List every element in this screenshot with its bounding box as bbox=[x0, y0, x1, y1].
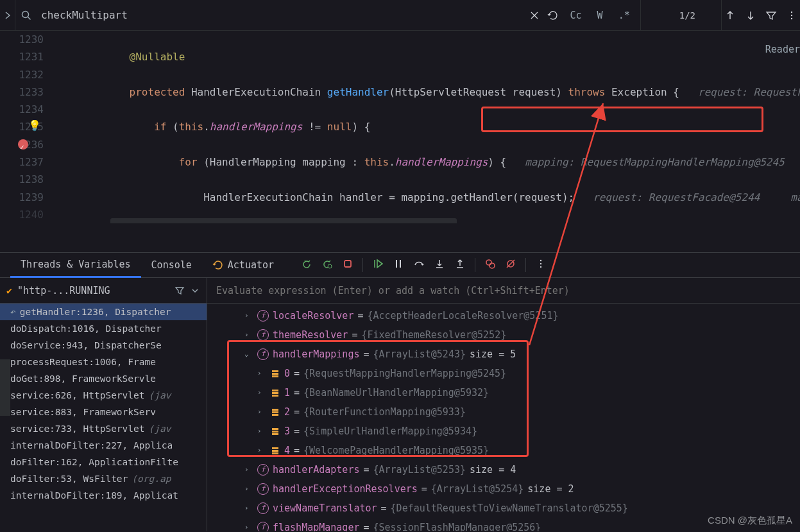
svg-point-3 bbox=[791, 17, 792, 19]
array-element-icon bbox=[270, 445, 280, 456]
filter-icon[interactable] bbox=[765, 10, 777, 21]
mute-breakpoints-icon[interactable] bbox=[505, 258, 516, 272]
variable-node[interactable]: ›f handlerAdapters = {ArrayList@5253} si… bbox=[207, 460, 800, 479]
match-count: 1/2 bbox=[640, 0, 722, 30]
variable-node[interactable]: › 0 = {RequestMappingHandlerMapping@5245… bbox=[207, 364, 800, 383]
svg-point-7 bbox=[489, 263, 495, 268]
stack-frame[interactable]: doDispatch:1016, Dispatcher bbox=[0, 320, 207, 337]
stack-frame[interactable]: internalDoFilter:227, Applica bbox=[0, 437, 207, 454]
breakpoint-icon[interactable] bbox=[18, 139, 28, 150]
variable-node[interactable]: ⌄f handlerMappings = {ArrayList@5243} si… bbox=[207, 345, 800, 364]
array-element-icon bbox=[270, 388, 280, 398]
thread-name: "http-...RUNNING bbox=[17, 285, 169, 296]
svg-rect-17 bbox=[272, 395, 278, 397]
svg-point-10 bbox=[540, 263, 541, 264]
rerun-icon[interactable] bbox=[301, 258, 312, 272]
intention-bulb-icon[interactable]: 💡 bbox=[28, 119, 41, 132]
array-element-icon bbox=[270, 426, 280, 436]
variable-node[interactable]: ›f localeResolver = {AcceptHeaderLocaleR… bbox=[207, 306, 800, 325]
field-icon: f bbox=[257, 329, 269, 341]
svg-point-1 bbox=[791, 11, 792, 12]
debug-tab-bar: Threads & Variables Console Actuator bbox=[0, 252, 800, 278]
tab-threads-variables[interactable]: Threads & Variables bbox=[10, 253, 141, 278]
stack-frame[interactable]: doGet:898, FrameworkServle bbox=[0, 370, 207, 387]
stack-frame[interactable]: doFilter:162, ApplicationFilte bbox=[0, 454, 207, 470]
variable-node[interactable]: › 2 = {RouterFunctionMapping@5933} bbox=[207, 402, 800, 422]
svg-rect-25 bbox=[272, 450, 278, 452]
step-into-icon[interactable] bbox=[434, 258, 445, 272]
field-icon: f bbox=[257, 310, 269, 322]
stack-frame[interactable]: service:883, FrameworkServ bbox=[0, 404, 207, 420]
chevron-down-icon[interactable] bbox=[190, 286, 200, 296]
variable-node[interactable]: › 3 = {SimpleUrlHandlerMapping@5934} bbox=[207, 422, 800, 441]
thread-selector[interactable]: ✔ "http-...RUNNING bbox=[0, 278, 207, 304]
stack-frame[interactable]: service:733, HttpServlet (jav bbox=[0, 420, 207, 437]
svg-rect-23 bbox=[272, 433, 278, 435]
svg-point-11 bbox=[540, 266, 541, 268]
tab-console[interactable]: Console bbox=[141, 253, 202, 277]
svg-rect-5 bbox=[345, 261, 351, 267]
step-over-icon[interactable] bbox=[413, 258, 425, 272]
svg-point-9 bbox=[540, 260, 541, 261]
rerun-debug-icon[interactable] bbox=[321, 258, 333, 272]
stack-frame[interactable]: doService:943, DispatcherSe bbox=[0, 337, 207, 354]
stack-frame[interactable]: doFilter:53, WsFilter (org.ap bbox=[0, 470, 207, 487]
pause-icon[interactable] bbox=[393, 258, 404, 272]
field-icon: f bbox=[257, 464, 269, 476]
stack-frame[interactable]: ↶getHandler:1236, Dispatcher bbox=[0, 304, 207, 320]
variable-node[interactable]: ›f handlerExceptionResolvers = {ArrayLis… bbox=[207, 479, 800, 499]
tab-actuator[interactable]: Actuator bbox=[202, 253, 284, 277]
regex-toggle[interactable]: .* bbox=[615, 8, 634, 22]
filter-icon[interactable] bbox=[174, 286, 185, 296]
stack-frame[interactable]: processRequest:1006, Frame bbox=[0, 354, 207, 370]
svg-point-6 bbox=[486, 260, 491, 265]
next-match-icon[interactable] bbox=[745, 10, 756, 21]
field-icon: f bbox=[257, 348, 269, 360]
array-element-icon bbox=[270, 407, 280, 417]
collapse-search-icon[interactable] bbox=[0, 0, 15, 31]
svg-rect-24 bbox=[272, 447, 278, 449]
search-input[interactable] bbox=[37, 9, 523, 21]
search-icon bbox=[15, 10, 37, 21]
view-breakpoints-icon[interactable] bbox=[484, 258, 496, 272]
prev-match-icon[interactable] bbox=[724, 10, 736, 21]
more-debug-icon[interactable] bbox=[535, 258, 547, 272]
reader-mode-button[interactable]: Reader bbox=[760, 42, 800, 56]
field-icon: f bbox=[257, 522, 269, 531]
svg-rect-26 bbox=[272, 452, 278, 454]
stop-icon[interactable] bbox=[342, 258, 353, 272]
resume-icon[interactable] bbox=[372, 258, 384, 272]
more-icon[interactable] bbox=[786, 10, 797, 21]
field-icon: f bbox=[257, 502, 269, 514]
variable-node[interactable]: › 4 = {WelcomePageHandlerMapping@5935} bbox=[207, 441, 800, 460]
svg-rect-21 bbox=[272, 428, 278, 430]
match-case-toggle[interactable]: Cc bbox=[566, 8, 586, 22]
words-toggle[interactable]: W bbox=[593, 8, 607, 22]
svg-point-0 bbox=[22, 11, 29, 17]
svg-rect-14 bbox=[272, 375, 278, 377]
evaluate-expression-input[interactable] bbox=[216, 285, 791, 296]
step-out-icon[interactable] bbox=[454, 258, 466, 272]
history-icon[interactable] bbox=[547, 10, 559, 21]
variable-node[interactable]: › 1 = {BeanNameUrlHandlerMapping@5932} bbox=[207, 383, 800, 402]
frames-list[interactable]: ↶getHandler:1236, DispatcherdoDispatch:1… bbox=[0, 304, 207, 504]
editor-search-bar: Cc W .* 1/2 bbox=[0, 0, 800, 31]
annotation-highlight bbox=[481, 107, 763, 132]
stack-frame[interactable]: internalDoFilter:189, Applicat bbox=[0, 487, 207, 504]
svg-rect-16 bbox=[272, 392, 278, 394]
svg-rect-22 bbox=[272, 431, 278, 433]
stack-frame[interactable]: service:626, HttpServlet (jav bbox=[0, 387, 207, 404]
svg-rect-20 bbox=[272, 414, 278, 416]
svg-point-4 bbox=[328, 264, 332, 268]
svg-rect-12 bbox=[272, 370, 278, 372]
thread-check-icon: ✔ bbox=[6, 285, 12, 296]
variables-tree[interactable]: ›f localeResolver = {AcceptHeaderLocaleR… bbox=[207, 304, 800, 531]
horizontal-scrollbar[interactable] bbox=[110, 218, 457, 223]
svg-rect-13 bbox=[272, 373, 278, 375]
code-editor[interactable]: 1230 1231 1232 1233 1234 1235 1236 1237 … bbox=[0, 31, 800, 223]
variable-node[interactable]: ›f themeResolver = {FixedThemeResolver@5… bbox=[207, 325, 800, 345]
close-icon[interactable] bbox=[529, 10, 540, 21]
svg-point-2 bbox=[791, 14, 792, 15]
drop-frame-icon: ↶ bbox=[10, 307, 16, 317]
variables-panel: ›f localeResolver = {AcceptHeaderLocaleR… bbox=[207, 278, 800, 531]
